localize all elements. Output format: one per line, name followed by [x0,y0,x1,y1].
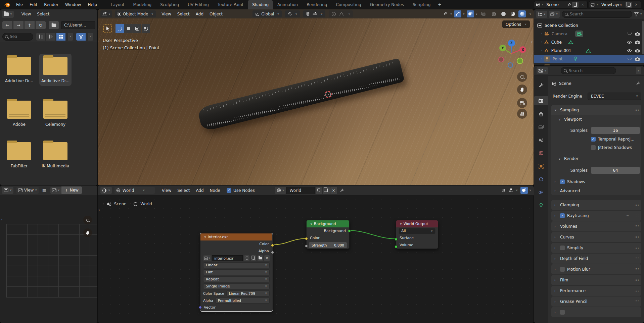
options-dropdown[interactable]: ∨ [636,67,641,74]
hamburger-menu-icon[interactable]: ≡ [42,188,46,193]
use-nodes-toggle[interactable]: ✓ Use Nodes [227,188,255,193]
up-button[interactable]: ↑ [25,21,35,29]
gizmo-axis-x[interactable]: X [519,46,526,53]
render-engine-dropdown[interactable]: EEVEE ∨ [588,93,641,100]
tab-object[interactable] [534,162,548,170]
select-lasso-tool-button[interactable] [124,24,133,33]
checkbox-unchecked-icon[interactable] [560,267,565,272]
expand-icon[interactable]: › [541,33,542,35]
tab-uv-editing[interactable]: UV Editing [183,0,213,9]
hide-viewport-toggle-closed-eye-icon[interactable] [628,58,632,60]
show-gizmo-toggle[interactable] [454,10,461,17]
snap-target-dropdown[interactable] [507,187,514,194]
socket-strength-input[interactable] [305,245,308,248]
node-header[interactable]: ∨ World Output [396,220,438,227]
breadcrumb-scene[interactable]: Scene [559,81,571,86]
socket-alpha-output[interactable] [271,251,274,254]
advanced-subpanel-header[interactable]: › Advanced [551,186,641,195]
toggle-orthographic-button[interactable] [517,109,527,119]
show-overlays-toggle[interactable] [520,187,528,194]
duplicate-datablock-button[interactable] [323,187,330,194]
grip-icon[interactable]: ∷∷ [635,108,638,112]
tab-world[interactable] [534,149,548,157]
tab-constraints[interactable] [534,175,548,183]
panel-simplify[interactable]: ›Simplify∷∷ [551,243,641,253]
outliner-row-clipped[interactable]: › [534,63,644,66]
unlink-datablock-button[interactable]: × [330,187,337,194]
outliner-row-scene-collection[interactable]: Scene Collection [534,21,644,30]
transform-orientation-dropdown[interactable]: Global ∨ [252,10,282,17]
grip-icon[interactable]: ∷∷ [635,257,638,260]
gizmo-axis-y[interactable]: Y [499,45,506,51]
tab-shading[interactable]: Shading [248,0,273,9]
panel-depth-of-field[interactable]: ›Depth of Field∷∷ [551,254,641,264]
tab-render[interactable] [534,96,548,105]
collapse-icon[interactable]: ∨ [400,223,402,225]
node-background[interactable]: ∨ Background Background Color Strength 0… [306,220,350,249]
display-vertical-list-button[interactable] [36,33,45,41]
tab-light-data[interactable] [534,201,548,210]
disable-render-toggle-camera-icon[interactable] [635,57,640,61]
sampling-panel-header[interactable]: ∨ Sampling ∷∷ [551,105,641,115]
select-circle-tool-button[interactable] [133,24,141,33]
editor-type-button[interactable]: ∨ [537,67,548,74]
folder-tile[interactable]: Addictive Dr... [3,57,35,83]
panel-film[interactable]: ›Film∷∷ [551,275,641,285]
viewport-3d[interactable]: ∨ Object Mode ∨ View Select Add Object G… [98,9,534,185]
grip-icon[interactable]: ∷∷ [635,278,638,282]
outliner-search-input[interactable]: Search [562,11,632,18]
select-tool-button[interactable] [103,24,112,33]
filter-button[interactable] [76,33,86,41]
outliner-row-camera[interactable]: › Camera [534,30,644,38]
collapse-icon[interactable]: ∨ [204,236,206,238]
node-header[interactable]: ∨ Background [307,220,349,227]
shading-rendered-button[interactable] [518,10,526,17]
node-header[interactable]: ∨ interior.exr [200,233,272,240]
presets-icon[interactable]: ∶≡ [625,214,629,217]
menu-render[interactable]: Render [41,2,62,7]
zoom-tool-button[interactable] [83,216,92,224]
viewlayer-copy-button[interactable] [626,2,632,8]
gizmo-axis-x-negative[interactable] [498,57,504,62]
panel-raytracing[interactable]: ›✓Raytracing∶≡∷∷ [551,211,641,221]
panel-clamping[interactable]: ›Clamping∷∷ [551,200,641,210]
gizmo-axis-z[interactable]: Z [508,40,515,47]
object-name[interactable]: Point [553,57,563,61]
extension-dropdown[interactable]: Repeat∨ [203,276,270,282]
node-world-output[interactable]: ∨ World Output All∨ Surface Volume [396,220,438,249]
fb-menu-view[interactable]: View [18,12,34,16]
add-workspace-button[interactable]: + [435,0,444,9]
sh-menu-add[interactable]: Add [193,188,206,193]
viewlayer-selector[interactable]: ∨ ViewLayer × [589,1,641,8]
expand-region-arrow[interactable]: › [98,208,100,212]
socket-surface-input[interactable] [395,238,398,241]
expand-icon[interactable]: › [541,49,542,52]
mode-dropdown[interactable]: Object Mode ∨ [115,10,156,17]
pan-hand-button[interactable] [83,228,92,237]
panel-performance[interactable]: ›Performance∷∷ [551,286,641,296]
scrollbar[interactable] [642,21,644,54]
image-view-menu[interactable]: View ∨ [16,187,39,194]
render-subpanel-header[interactable]: ∨ Render [551,154,641,163]
editor-type-button[interactable]: ∨ [100,10,112,17]
jittered-shadows-toggle[interactable]: Jittered Shadows [551,143,641,152]
tab-scene[interactable] [534,136,548,144]
folder-tile[interactable]: Celemony [39,101,72,127]
display-horizontal-list-button[interactable] [46,33,55,41]
outliner-row-plane-001[interactable]: › Plane.001 [534,46,644,55]
snap-toggle[interactable] [500,187,507,194]
sh-menu-select[interactable]: Select [174,188,193,193]
alpha-mode-dropdown[interactable]: Premultiplied∨ [215,298,270,304]
panel-grease-pencil[interactable]: ›Grease Pencil∷∷ [551,297,641,307]
display-thumbnails-button[interactable] [56,33,65,41]
panel-clipped[interactable]: › [551,307,641,317]
active-camera-badge[interactable] [575,31,583,37]
viewport-subpanel-header[interactable]: ∨ Viewport [551,115,641,124]
output-target-dropdown[interactable]: All∨ [399,228,435,234]
viewlayer-name[interactable]: ViewLayer [599,2,625,7]
tab-physics[interactable] [534,188,548,197]
snap-controls[interactable]: ∨ [303,10,325,17]
image-browse-button[interactable]: ∨ [203,255,211,261]
checkbox-unchecked-icon[interactable] [560,246,565,250]
new-image-button[interactable]: + New [61,186,82,194]
